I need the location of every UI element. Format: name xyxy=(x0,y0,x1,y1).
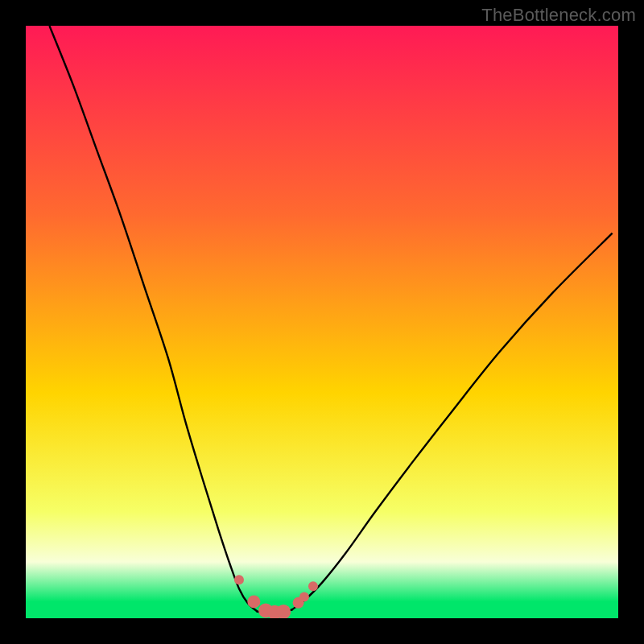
watermark-text: TheBottleneck.com xyxy=(481,5,636,26)
gradient-background xyxy=(26,26,618,618)
valley-marker xyxy=(299,592,309,602)
valley-marker xyxy=(247,595,260,608)
valley-marker xyxy=(234,575,244,584)
plot-area xyxy=(26,26,618,618)
bottleneck-chart xyxy=(26,26,618,618)
valley-marker xyxy=(308,581,318,591)
outer-frame: TheBottleneck.com xyxy=(0,0,644,644)
